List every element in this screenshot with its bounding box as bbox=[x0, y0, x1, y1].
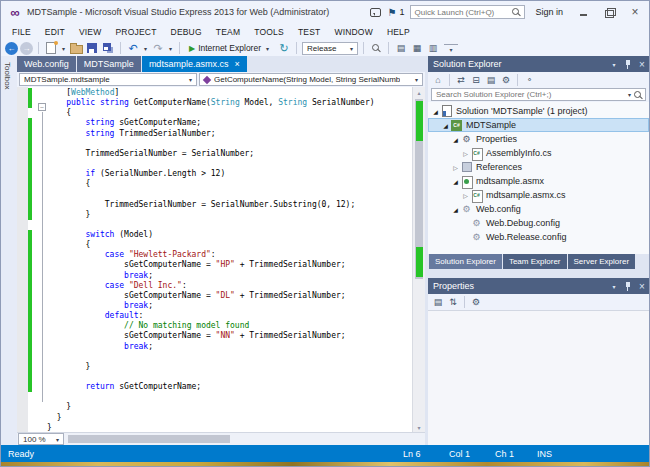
navigate-back-icon[interactable] bbox=[5, 42, 18, 55]
vertical-scrollbar[interactable] bbox=[412, 87, 425, 432]
menu-item-window[interactable]: WINDOW bbox=[327, 25, 380, 39]
undo-dropdown-icon[interactable] bbox=[142, 45, 149, 52]
expander-icon[interactable] bbox=[461, 150, 470, 157]
home-icon[interactable] bbox=[431, 73, 445, 86]
quick-launch-box[interactable] bbox=[410, 5, 525, 19]
menu-item-project[interactable]: PROJECT bbox=[108, 25, 163, 39]
code-line[interactable]: } bbox=[47, 413, 412, 423]
code-line[interactable] bbox=[47, 139, 412, 149]
close-icon[interactable] bbox=[635, 280, 649, 293]
toolbar-overflow-icon[interactable] bbox=[444, 44, 458, 53]
horizontal-scrollbar-thumb[interactable] bbox=[68, 435, 230, 443]
menu-item-tools[interactable]: TOOLS bbox=[247, 25, 291, 39]
sign-in-link[interactable]: Sign in bbox=[531, 7, 567, 17]
code-line[interactable] bbox=[47, 392, 412, 402]
expander-icon[interactable] bbox=[451, 206, 460, 213]
status-line[interactable]: Ln 6 bbox=[403, 449, 449, 459]
code-line[interactable]: // No matching model found bbox=[47, 321, 412, 331]
code-lines[interactable]: [WebMethod] public string GetComputerNam… bbox=[47, 88, 412, 432]
solution-configurations-dropdown[interactable]: Release bbox=[302, 42, 358, 55]
code-line[interactable] bbox=[47, 189, 412, 199]
tree-item-mdtsample-asmx-cs[interactable]: mdtsample.asmx.cs bbox=[428, 188, 649, 202]
code-line[interactable]: case "Hewlett-Packard": bbox=[47, 250, 412, 260]
scroll-up-icon[interactable] bbox=[413, 87, 425, 97]
code-line[interactable]: { bbox=[47, 108, 412, 118]
expander-icon[interactable] bbox=[451, 136, 460, 143]
expander-icon[interactable] bbox=[431, 108, 440, 115]
output-window-icon[interactable] bbox=[426, 41, 440, 55]
refresh-browser-icon[interactable] bbox=[277, 41, 291, 55]
outline-collapse-icon[interactable] bbox=[38, 103, 46, 111]
tree-item-references[interactable]: References bbox=[428, 160, 649, 174]
close-icon[interactable] bbox=[635, 58, 649, 71]
status-character[interactable]: Ch 1 bbox=[495, 449, 537, 459]
code-line[interactable]: public string GetComputerName(String Mod… bbox=[47, 98, 412, 108]
document-tab-mdtsample[interactable]: MDTSample bbox=[77, 56, 141, 72]
code-line[interactable]: break; bbox=[47, 301, 412, 311]
solution-explorer-window-icon[interactable] bbox=[394, 41, 408, 55]
menu-item-team[interactable]: TEAM bbox=[209, 25, 247, 39]
categorized-icon[interactable] bbox=[431, 296, 445, 309]
indicator-margin[interactable] bbox=[17, 87, 28, 432]
new-file-icon[interactable] bbox=[44, 41, 58, 55]
menu-item-view[interactable]: VIEW bbox=[72, 25, 109, 39]
properties-icon[interactable] bbox=[499, 73, 513, 86]
code-editor[interactable]: [WebMethod] public string GetComputerNam… bbox=[17, 87, 425, 432]
feedback-icon[interactable] bbox=[370, 8, 381, 17]
code-line[interactable]: string sGetComputerName; bbox=[47, 118, 412, 128]
expander-icon[interactable] bbox=[451, 178, 460, 185]
start-debug-button[interactable]: Internet Explorer bbox=[185, 41, 275, 56]
code-line[interactable]: break; bbox=[47, 271, 412, 281]
tree-item-web-config[interactable]: Web.config bbox=[428, 202, 649, 216]
properties-window-icon[interactable] bbox=[410, 41, 424, 55]
code-line[interactable]: sGetComputerName = "DL" + TrimmedSerialN… bbox=[47, 291, 412, 301]
window-position-icon[interactable] bbox=[607, 58, 621, 71]
code-line[interactable] bbox=[47, 159, 412, 169]
members-dropdown[interactable]: GetComputerName(String Model, String Ser… bbox=[199, 73, 423, 86]
sync-with-active-document-icon[interactable] bbox=[454, 73, 468, 86]
code-line[interactable]: TrimmedSerialNumber = SerialNumber; bbox=[47, 149, 412, 159]
save-icon[interactable] bbox=[85, 41, 99, 55]
restore-button[interactable] bbox=[599, 5, 619, 20]
code-line[interactable]: { bbox=[47, 179, 412, 189]
minimize-button[interactable] bbox=[573, 5, 593, 20]
redo-dropdown-icon[interactable] bbox=[167, 45, 174, 52]
pin-icon[interactable] bbox=[621, 280, 635, 293]
toolbox-tab[interactable]: Toolbox bbox=[1, 56, 14, 96]
tree-item-mdtsample[interactable]: MDTSample bbox=[428, 118, 649, 132]
code-line[interactable]: sGetComputerName = "HP" + TrimmedSerialN… bbox=[47, 260, 412, 270]
property-pages-icon[interactable] bbox=[469, 296, 483, 309]
open-file-icon[interactable] bbox=[69, 41, 83, 55]
navigate-forward-icon[interactable] bbox=[20, 42, 33, 55]
zoom-dropdown[interactable]: 100 % bbox=[18, 433, 64, 445]
search-box[interactable] bbox=[431, 88, 646, 101]
show-all-files-icon[interactable] bbox=[484, 73, 498, 86]
code-line[interactable] bbox=[47, 372, 412, 382]
tool-window-tab-team-explorer[interactable]: Team Explorer bbox=[503, 254, 567, 269]
menu-item-debug[interactable]: DEBUG bbox=[164, 25, 209, 39]
code-line[interactable]: default: bbox=[47, 311, 412, 321]
solution-search-input[interactable] bbox=[436, 90, 626, 99]
menu-item-test[interactable]: TEST bbox=[291, 25, 328, 39]
code-line[interactable] bbox=[47, 352, 412, 362]
tree-item-solution-mdtsample-1-project[interactable]: Solution 'MDTSample' (1 project) bbox=[428, 104, 649, 118]
tab-close-icon[interactable] bbox=[234, 60, 239, 69]
code-line[interactable]: } bbox=[47, 402, 412, 412]
expander-icon[interactable] bbox=[451, 164, 460, 171]
save-all-icon[interactable] bbox=[101, 41, 115, 55]
code-line[interactable]: } bbox=[47, 362, 412, 372]
types-dropdown[interactable]: MDTSample.mdtsample bbox=[19, 73, 197, 86]
document-tab-web-config[interactable]: Web.config bbox=[17, 56, 76, 72]
code-line[interactable]: [WebMethod] bbox=[47, 88, 412, 98]
code-line[interactable]: } bbox=[47, 423, 412, 432]
code-line[interactable]: string TrimmedSerialNumber; bbox=[47, 129, 412, 139]
code-line[interactable]: { bbox=[47, 240, 412, 250]
view-code-icon[interactable] bbox=[522, 73, 536, 86]
code-line[interactable]: if (SerialNumber.Length > 12) bbox=[47, 169, 412, 179]
code-line[interactable] bbox=[47, 220, 412, 230]
undo-icon[interactable] bbox=[126, 41, 140, 55]
browser-dropdown-icon[interactable] bbox=[264, 45, 271, 52]
tool-window-tab-server-explorer[interactable]: Server Explorer bbox=[568, 254, 636, 269]
expander-icon[interactable] bbox=[441, 122, 450, 129]
alphabetical-icon[interactable] bbox=[446, 296, 460, 309]
